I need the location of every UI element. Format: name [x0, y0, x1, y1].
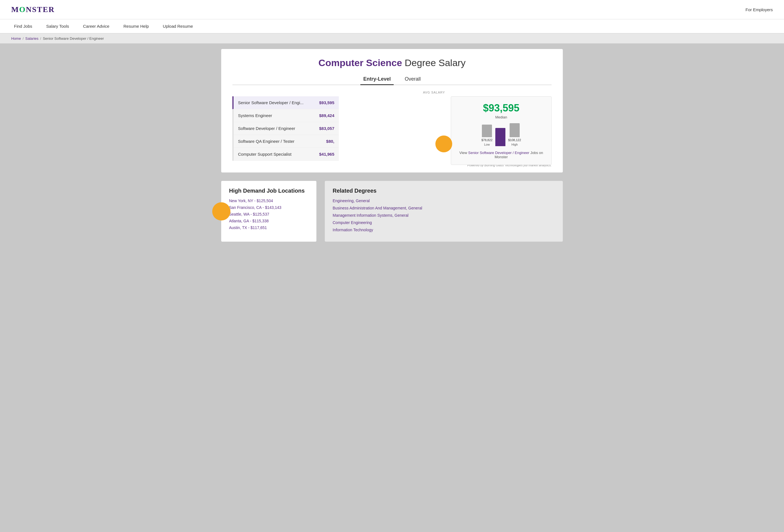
for-employers-link[interactable]: For Employers: [745, 7, 773, 12]
degree-link[interactable]: Management Information Systems, General: [333, 213, 555, 218]
nav-salary-tools[interactable]: Salary Tools: [44, 19, 72, 33]
related-degrees-title: Related Degrees: [333, 188, 555, 194]
location-item[interactable]: Austin, TX - $117,651: [229, 225, 309, 230]
breadcrumb-sep1: /: [23, 36, 24, 40]
salary-value: $89,424: [319, 113, 334, 118]
nav-upload-resume[interactable]: Upload Resume: [160, 19, 196, 33]
breadcrumb-salaries[interactable]: Salaries: [25, 36, 38, 40]
balloon-icon: [436, 136, 452, 152]
salary-row[interactable]: Systems Engineer $89,424: [233, 109, 339, 122]
location-item[interactable]: Atlanta, GA - $115,338: [229, 219, 309, 223]
salary-list: Senior Software Developer / Engi... $93,…: [232, 96, 339, 161]
bar-low-group: $78,822 Low: [481, 124, 493, 146]
related-degrees-card: Related Degrees Engineering, General Bus…: [325, 181, 563, 242]
tab-entry-level[interactable]: Entry-Level: [360, 74, 393, 85]
salary-value: $41,965: [319, 152, 334, 157]
breadcrumb: Home / Salaries / Senior Software Develo…: [0, 34, 784, 44]
salary-row[interactable]: Senior Software Developer / Engi... $93,…: [232, 96, 339, 109]
bar-median-group: [495, 128, 505, 146]
main-content: Computer Science Degree Salary Entry-Lev…: [210, 44, 574, 253]
main-nav: Find Jobs Salary Tools Career Advice Res…: [0, 19, 784, 34]
nav-find-jobs[interactable]: Find Jobs: [11, 19, 35, 33]
degree-link[interactable]: Computer Engineering: [333, 220, 555, 225]
breadcrumb-home[interactable]: Home: [11, 36, 21, 40]
locations-card-title: High Demand Job Locations: [229, 188, 309, 194]
degree-link[interactable]: Business Administration And Management, …: [333, 206, 555, 210]
degree-title-suffix: Degree Salary: [404, 57, 465, 68]
bottom-section: High Demand Job Locations New York, NY -…: [221, 181, 563, 242]
salary-value: $93,595: [319, 100, 334, 105]
bar-low: [482, 124, 492, 137]
degree-name: Computer Science: [318, 57, 402, 68]
job-name: Systems Engineer: [238, 113, 272, 118]
bar-median: [495, 128, 505, 146]
view-jobs-link[interactable]: Senior Software Developer / Engineer: [468, 151, 529, 155]
location-item[interactable]: San Francisco, CA - $143,143: [229, 205, 309, 210]
header: Monster For Employers: [0, 0, 784, 19]
view-jobs-text: View: [459, 151, 467, 155]
degree-link[interactable]: Engineering, General: [333, 198, 555, 203]
job-name: Computer Support Specialist: [238, 152, 291, 157]
breadcrumb-current: Senior Software Developer / Engineer: [43, 36, 104, 40]
job-name: Software QA Engineer / Tester: [238, 139, 295, 144]
location-item[interactable]: New York, NY - $125,504: [229, 198, 309, 203]
popup-median-label: Median: [458, 115, 544, 119]
locations-balloon-icon: [212, 202, 230, 220]
degree-link[interactable]: Information Technology: [333, 228, 555, 232]
salary-row[interactable]: Software QA Engineer / Tester $80,: [233, 135, 339, 148]
job-name: Software Developer / Engineer: [238, 126, 295, 131]
salary-card-title: Computer Science Degree Salary: [232, 57, 552, 68]
tab-overall[interactable]: Overall: [402, 74, 424, 85]
salary-row[interactable]: Computer Support Specialist $41,965: [233, 148, 339, 161]
salary-card: Computer Science Degree Salary Entry-Lev…: [221, 49, 563, 172]
location-item[interactable]: Seattle, WA - $125,537: [229, 212, 309, 217]
popup-median-amount: $93,595: [458, 102, 544, 114]
locations-card: High Demand Job Locations New York, NY -…: [221, 181, 316, 242]
salary-popup: $93,595 Median $78,822 Low $108,122: [451, 96, 552, 165]
bar-high-label: High: [511, 143, 518, 146]
nav-career-advice[interactable]: Career Advice: [80, 19, 112, 33]
salary-table-area: Senior Software Developer / Engi... $93,…: [232, 96, 552, 161]
bar-low-label: Low: [484, 143, 490, 146]
bar-low-value: $78,822: [481, 138, 493, 142]
monster-logo[interactable]: Monster: [11, 5, 55, 14]
job-name: Senior Software Developer / Engi...: [238, 100, 304, 105]
salary-tabs: Entry-Level Overall: [232, 74, 552, 85]
salary-bar-chart: $78,822 Low $108,122 High: [458, 124, 544, 146]
salary-value: $80,: [326, 139, 334, 144]
salary-value: $83,057: [319, 126, 334, 131]
bar-high: [510, 123, 520, 137]
bar-high-group: $108,122 High: [508, 123, 521, 146]
bar-high-value: $108,122: [508, 138, 521, 142]
avg-salary-label: AVG SALARY: [232, 91, 552, 94]
salary-row[interactable]: Software Developer / Engineer $83,057: [233, 122, 339, 135]
breadcrumb-sep2: /: [40, 36, 41, 40]
popup-view-jobs: View Senior Software Developer / Enginee…: [458, 151, 544, 159]
nav-resume-help[interactable]: Resume Help: [121, 19, 152, 33]
